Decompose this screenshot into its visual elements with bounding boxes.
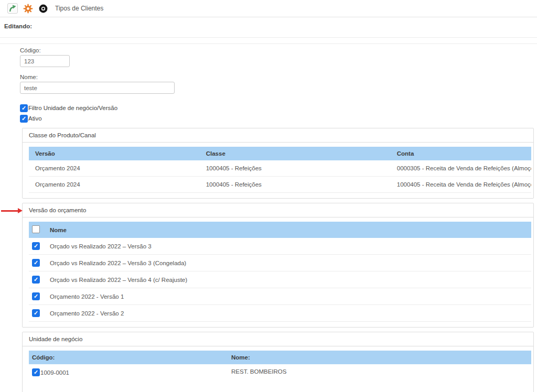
codigo-label: Código:	[20, 47, 537, 53]
column-header-nome: Nome:	[228, 351, 531, 364]
unidade-negocio-panel-body: Código: Nome: 1009-0001 REST. BOMBEIROS	[23, 346, 533, 392]
classe-produto-panel-body: Versão Classe Conta Orçamento 2024 10004…	[23, 143, 533, 198]
checkbox-cell	[29, 271, 45, 288]
share-button[interactable]	[7, 3, 18, 14]
classe-produto-table: Versão Classe Conta Orçamento 2024 10004…	[29, 147, 531, 193]
versao-item-label: Orçado vs Realizado 2022 – Versão 3	[45, 238, 531, 255]
nome-label: Nome:	[20, 74, 537, 80]
settings-button[interactable]	[22, 3, 34, 14]
edit-form: Código: Nome: Filtro Unidade de negócio/…	[20, 47, 537, 124]
ativo-checkbox[interactable]	[20, 115, 28, 123]
unidade-negocio-panel: Unidade de negócio Código: Nome: 1009-00…	[22, 332, 534, 392]
cell-conta: 1000405 - Receita de Venda de Refeições …	[391, 177, 531, 193]
column-header-conta: Conta	[391, 147, 531, 160]
cell-versao: Orçamento 2024	[29, 160, 200, 177]
versao-orcamento-panel: Versão do orçamento Nome Orçado vs Reali…	[22, 203, 534, 328]
filtro-checkbox-label: Filtro Unidade de negócio/Versão	[28, 105, 117, 111]
list-item[interactable]: Orçado vs Realizado 2022 – Versão 4 (c/ …	[29, 271, 531, 288]
record-button[interactable]	[37, 3, 49, 14]
unidade-negocio-panel-title: Unidade de negócio	[23, 332, 533, 346]
checkbox-cell	[29, 305, 45, 322]
table-row[interactable]: Orçamento 2024 1000405 - Refeições 00003…	[29, 160, 531, 177]
cell-classe: 1000405 - Refeições	[200, 160, 391, 177]
filtro-checkbox-row: Filtro Unidade de negócio/Versão	[20, 103, 537, 113]
page-title: Tipos de Clientes	[55, 5, 103, 12]
table-header-row: Versão Classe Conta	[29, 147, 531, 160]
list-item[interactable]: Orçado vs Realizado 2022 – Versão 3	[29, 238, 531, 255]
cell-versao: Orçamento 2024	[29, 177, 200, 193]
versao-orcamento-panel-body: Nome Orçado vs Realizado 2022 – Versão 3…	[23, 217, 533, 327]
column-header-codigo: Código:	[29, 351, 228, 364]
codigo-field: Código:	[20, 47, 537, 67]
versao-orcamento-panel-title: Versão do orçamento	[23, 203, 533, 217]
share-icon	[7, 3, 18, 14]
versao-item-checkbox[interactable]	[32, 276, 40, 284]
column-header-versao: Versão	[29, 147, 200, 160]
editing-status: Editando:	[0, 17, 537, 38]
versao-item-checkbox[interactable]	[32, 242, 40, 250]
column-header-classe: Classe	[200, 147, 391, 160]
codigo-cell: 1009-0001	[29, 364, 228, 390]
checkbox-cell	[29, 238, 45, 255]
select-all-header-cell	[29, 222, 45, 238]
table-row[interactable]: Orçamento 2024 1000405 - Refeições 10004…	[29, 177, 531, 193]
codigo-input[interactable]	[20, 55, 70, 67]
gear-icon	[23, 4, 33, 14]
form-checkbox-group: Filtro Unidade de negócio/Versão Ativo	[20, 103, 537, 124]
unidade-item-codigo: 1009-0001	[40, 369, 69, 376]
list-item[interactable]: Orçamento 2022 - Versão 2	[29, 305, 531, 322]
versao-orcamento-table: Nome Orçado vs Realizado 2022 – Versão 3…	[29, 222, 531, 322]
filtro-checkbox[interactable]	[20, 104, 28, 112]
versao-item-label: Orçamento 2022 - Versão 1	[45, 288, 531, 305]
checkbox-cell	[29, 288, 45, 305]
cell-conta: 0000305 - Receita de Venda de Refeições …	[391, 160, 531, 177]
ativo-checkbox-label: Ativo	[28, 115, 42, 122]
table-header-row: Nome	[29, 222, 531, 238]
annotation-arrow	[1, 208, 23, 214]
checkbox-cell	[29, 255, 45, 271]
classe-produto-panel: Classe do Produto/Canal Versão Classe Co…	[22, 128, 534, 199]
record-icon	[38, 4, 48, 14]
select-all-checkbox[interactable]	[32, 225, 40, 233]
versao-item-checkbox[interactable]	[32, 292, 40, 300]
list-item[interactable]: 1009-0001 REST. BOMBEIROS	[29, 364, 531, 390]
cell-classe: 1000405 - Refeições	[200, 177, 391, 193]
versao-item-checkbox[interactable]	[32, 309, 40, 317]
app-toolbar: Tipos de Clientes	[0, 0, 537, 17]
versao-item-label: Orçamento 2022 - Versão 2	[45, 305, 531, 322]
annotation-arrow-shaft	[1, 210, 18, 212]
nome-cell: REST. BOMBEIROS	[228, 364, 531, 390]
divider	[0, 38, 537, 44]
unidade-negocio-table: Código: Nome: 1009-0001 REST. BOMBEIROS	[29, 351, 531, 390]
classe-produto-panel-title: Classe do Produto/Canal	[23, 128, 533, 143]
unidade-item-checkbox[interactable]	[32, 368, 40, 376]
table-header-row: Código: Nome:	[29, 351, 531, 364]
ativo-checkbox-row: Ativo	[20, 113, 537, 124]
column-header-nome: Nome	[45, 222, 531, 238]
versao-item-label: Orçado vs Realizado 2022 – Versão 4 (c/ …	[45, 271, 531, 288]
nome-input[interactable]	[20, 82, 175, 94]
versao-item-checkbox[interactable]	[32, 259, 40, 267]
nome-field: Nome:	[20, 74, 537, 94]
list-item[interactable]: Orçamento 2022 - Versão 1	[29, 288, 531, 305]
versao-item-label: Orçado vs Realizado 2022 – Versão 3 (Con…	[45, 255, 531, 271]
list-item[interactable]: Orçado vs Realizado 2022 – Versão 3 (Con…	[29, 255, 531, 271]
annotation-arrow-head	[18, 208, 23, 213]
